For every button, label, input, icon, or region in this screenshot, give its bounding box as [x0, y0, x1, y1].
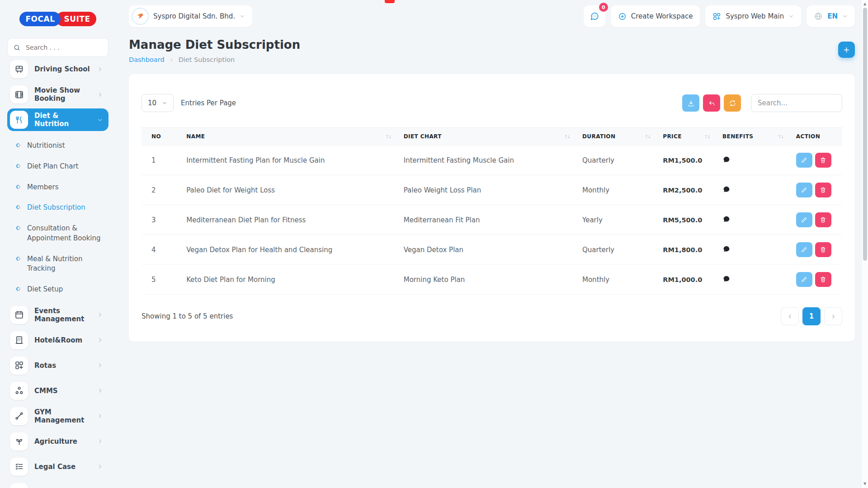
toolbar-right: [682, 94, 842, 112]
cell-diet-chart: Morning Keto Plan: [397, 265, 576, 295]
table-row: 4Vegan Detox Plan for Health and Cleansi…: [142, 235, 842, 265]
language-selector[interactable]: EN: [807, 5, 855, 27]
chat-bubble-icon[interactable]: [722, 185, 731, 193]
edit-row-button[interactable]: [796, 242, 812, 257]
sidebar-subitem-consultation-appointment-booking[interactable]: Consultation & Appointment Booking: [7, 218, 108, 249]
breadcrumb-dashboard-link[interactable]: Dashboard: [129, 56, 165, 63]
cell-no: 2: [142, 175, 180, 205]
workspace-selector[interactable]: Syspro Web Main: [705, 5, 801, 27]
sidebar-group-rotas: Rotas: [7, 354, 108, 377]
sort-icon[interactable]: ↑↓: [644, 134, 650, 139]
sidebar-group-movie-show-booking: Movie Show Booking: [7, 83, 108, 106]
chevron-right-icon: [97, 388, 103, 394]
sidebar-item-movie-show-booking[interactable]: Movie Show Booking: [7, 83, 108, 106]
film-icon: [10, 85, 28, 103]
sidebar-item-events-management[interactable]: Events Management: [7, 304, 108, 326]
sidebar-item-cmms[interactable]: CMMS: [7, 380, 108, 402]
column-header-duration[interactable]: DURATION↑↓: [576, 128, 656, 145]
sort-icon[interactable]: ↑↓: [385, 134, 391, 139]
sidebar-subitem-meal-nutrition-tracking[interactable]: Meal & Nutrition Tracking: [7, 249, 108, 280]
sort-icon[interactable]: ↑↓: [704, 134, 710, 139]
delete-row-button[interactable]: [815, 242, 831, 257]
sidebar-item-driving-school[interactable]: Driving School: [7, 58, 108, 80]
chat-bubble-icon[interactable]: [722, 275, 731, 283]
sidebar-subitem-label: Diet Setup: [27, 285, 63, 295]
column-header-name[interactable]: NAME↑↓: [180, 128, 397, 145]
sidebar-subitem-diet-subscription[interactable]: Diet Subscription: [7, 197, 108, 218]
delete-row-button[interactable]: [815, 212, 831, 227]
sidebar-item-label: CMMS: [34, 387, 91, 395]
company-selector[interactable]: Syspro Digital Sdn. Bhd.: [129, 5, 252, 27]
sort-icon[interactable]: ↑↓: [778, 134, 783, 139]
sidebar-item-legal-case[interactable]: Legal Case: [7, 455, 108, 478]
toolbar-left: 10 Entries Per Page: [142, 94, 236, 112]
sidebar-search: [7, 38, 108, 57]
scrollbar-up-arrow[interactable]: ▲: [862, 1, 868, 7]
column-header-benefits[interactable]: BENEFITS↑↓: [716, 128, 790, 145]
plus-icon: [843, 46, 850, 54]
globe-icon: [814, 12, 823, 21]
cell-diet-chart: Intermittent Fasting Muscle Gain: [397, 145, 576, 175]
sidebar-item-gym-management[interactable]: GYM Management: [7, 405, 108, 427]
topbar: Syspro Digital Sdn. Bhd. 0 Create Worksp…: [129, 0, 855, 31]
sidebar-item-diet-nutrition[interactable]: Diet & Nutrition: [7, 108, 108, 131]
refresh-button[interactable]: [724, 94, 741, 112]
sidebar-subitem-members[interactable]: Members: [7, 177, 108, 198]
scrollbar-down-arrow[interactable]: ▼: [862, 481, 868, 487]
sidebar-item-hotel-room[interactable]: Hotel&Room: [7, 329, 108, 352]
pagination-next-button[interactable]: [824, 307, 842, 325]
table-search-input[interactable]: [751, 94, 842, 112]
chevron-down-icon: [162, 100, 167, 106]
chat-bubble-icon[interactable]: [722, 215, 731, 223]
edit-row-button[interactable]: [796, 272, 812, 287]
language-code: EN: [827, 12, 838, 20]
chevron-right-icon: [97, 362, 103, 368]
cell-name: Paleo Diet for Weight Loss: [180, 175, 397, 205]
cell-no: 5: [142, 265, 180, 295]
sidebar-subitem-diet-setup[interactable]: Diet Setup: [7, 279, 108, 300]
edit-row-button[interactable]: [796, 212, 812, 227]
delete-row-button[interactable]: [815, 272, 831, 287]
building-icon: [10, 331, 28, 349]
sidebar-subitem-nutritionist[interactable]: Nutritionist: [7, 136, 108, 156]
cell-price: RM5,500.0: [656, 205, 716, 235]
sidebar-subitem-diet-plan-chart[interactable]: Diet Plan Chart: [7, 156, 108, 177]
page-size-select[interactable]: 10: [142, 94, 174, 112]
pagination-prev-button[interactable]: [781, 307, 799, 325]
edit-row-button[interactable]: [796, 183, 812, 197]
delete-row-button[interactable]: [815, 153, 831, 168]
create-workspace-button[interactable]: Create Workspace: [611, 5, 700, 27]
cell-no: 4: [142, 235, 180, 265]
sidebar-item-label: Agriculture: [34, 437, 91, 446]
chat-bubble-icon[interactable]: [722, 155, 731, 164]
messages-button[interactable]: 0: [584, 5, 605, 27]
pagination-page-1-button[interactable]: 1: [802, 307, 821, 325]
main-content: Syspro Digital Sdn. Bhd. 0 Create Worksp…: [116, 0, 868, 488]
chat-icon: [590, 11, 599, 21]
scrollbar-thumb[interactable]: [863, 8, 867, 261]
column-header-diet-chart[interactable]: DIET CHART↑↓: [397, 128, 576, 145]
sidebar-item-tour-travel[interactable]: Tour & Travel: [7, 481, 108, 488]
sidebar-item-rotas[interactable]: Rotas: [7, 354, 108, 377]
page-scrollbar[interactable]: ▲ ▼: [861, 0, 868, 488]
export-button[interactable]: [682, 94, 699, 112]
column-label: DURATION: [582, 133, 615, 140]
sidebar-group-gym-management: GYM Management: [7, 405, 108, 427]
sidebar-item-agriculture[interactable]: Agriculture: [7, 430, 108, 453]
add-subscription-button[interactable]: [838, 42, 855, 58]
trash-icon: [820, 216, 826, 223]
chat-bubble-icon[interactable]: [722, 245, 731, 253]
sidebar-group-events-management: Events Management: [7, 304, 108, 326]
brand-logo[interactable]: FOCALSUITE: [7, 12, 108, 26]
sidebar-item-label: Events Management: [34, 307, 91, 323]
trash-icon: [820, 246, 826, 253]
cell-duration: Quarterly: [576, 235, 656, 265]
sort-icon[interactable]: ↑↓: [564, 134, 570, 139]
column-header-price[interactable]: PRICE↑↓: [656, 128, 716, 145]
edit-row-button[interactable]: [796, 153, 812, 168]
undo-button[interactable]: [703, 94, 720, 112]
table-footer: Showing 1 to 5 of 5 entries 1: [142, 307, 842, 325]
delete-row-button[interactable]: [815, 183, 831, 197]
sidebar-search-input[interactable]: [25, 43, 103, 52]
pencil-icon: [801, 246, 807, 253]
